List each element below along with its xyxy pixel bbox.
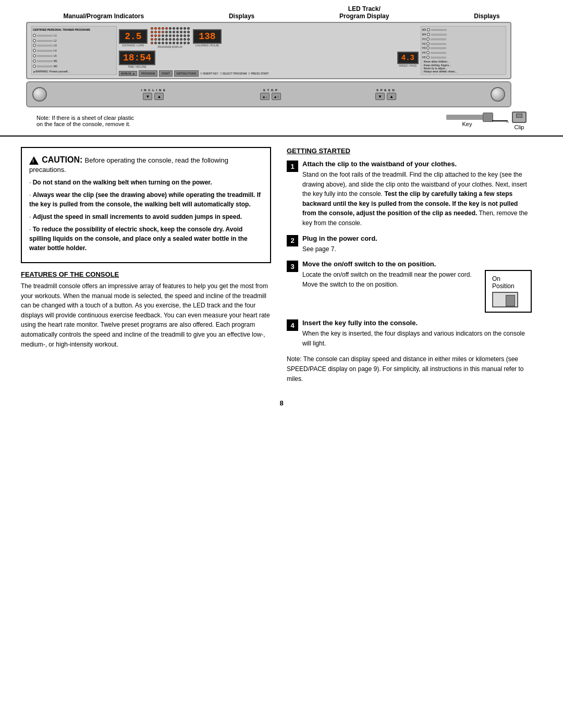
caution-header: ! CAUTION: Before operating the console,… [29,154,263,174]
step-4: 4 Insert the key fully into the console.… [287,319,532,348]
left-knob [32,87,47,102]
caution-bullet-4: · To reduce the possibility of electric … [29,225,263,253]
step-2-text: See page 7. [302,244,532,254]
speed-controls: S P E E D ▼ ▲ [375,89,396,100]
right-knob [491,87,505,102]
label-manual-program: Manual/Program Indicators [63,13,144,20]
step-4-text: When the key is inserted, the four displ… [302,329,532,348]
time-display: 18:54 [119,51,155,65]
left-column: ! CAUTION: Before operating the console,… [21,147,271,384]
label-displays-left: Displays [229,13,254,20]
diagram-labels: Manual/Program Indicators Displays LED T… [21,5,542,20]
page-number: 8 [0,394,563,415]
speed-display: 4.3 [397,52,419,64]
step-1-content: Attach the clip to the waistband of your… [302,160,532,228]
switch-illustration: On Position [485,270,532,313]
caution-bullet-1: · Do not stand on the walking belt when … [29,178,263,187]
label-led-track: LED Track/ Program Display [339,5,389,20]
speed-up-btn[interactable]: ▲ [387,93,396,100]
bottom-controls-panel: I N C L I N E ▼ ▲ S T O P ▲↓ ▲↑ S P E E … [26,81,511,107]
step-2-content: Plug in the power cord. See page 7. [302,235,532,254]
clip-label: Clip [515,124,524,130]
diagram-note-left: Note: If there is a sheet of clear plast… [36,115,134,127]
right-indicators-panel: M3 M4 H1 H2 H3 H4 H5 · Never allow child… [421,26,506,75]
step-3-content: Move the on/off switch to the on positio… [302,260,532,313]
manual-btn: MANUAL ▲ [119,71,137,76]
calories-label: CALORIES / PULSE [195,44,219,47]
getting-started-note: Note: The console can display speed and … [287,354,532,384]
on-label: On [492,275,500,282]
incline-up-btn[interactable]: ▲ [154,93,164,100]
step-1-title: Attach the clip to the waistband of your… [302,160,532,168]
step-1-text: Stand on the foot rails of the treadmill… [302,170,532,228]
note-line1: Note: If there is a sheet of clear plast… [36,115,134,121]
step-3-text: Locate the on/off switch on the treadmil… [302,270,479,289]
switch-box-graphic [492,292,518,307]
instructions-btn: INSTRUCTIONS [174,70,199,77]
getting-started-header: GETTING STARTED [287,147,532,155]
program-display-label: PROGRAM DISPLAY [151,45,190,48]
caution-body: · Do not stand on the walking belt when … [29,178,263,253]
label-displays-right: Displays [474,13,499,20]
diagram-section: Manual/Program Indicators Displays LED T… [0,0,563,137]
stop-label: S T O P [263,89,278,92]
calories-display: 138 [193,29,222,44]
incline-label: I N C L I N E [141,89,166,92]
key-label: Key [462,121,472,127]
caution-title-prefix: CAUTION: [42,155,82,164]
step-2-number: 2 [287,235,298,246]
step-4-content: Insert the key fully into the console. W… [302,319,532,348]
caution-box: ! CAUTION: Before operating the console,… [21,147,271,263]
step-2-title: Plug in the power cord. [302,235,532,242]
start-btn: START [159,70,173,77]
incline-down-btn[interactable]: ▼ [143,93,152,100]
features-header: FEATURES OF THE CONSOLE [21,270,271,278]
step-4-title: Insert the key fully into the console. [302,319,532,327]
incline-controls: I N C L I N E ▼ ▲ [141,89,166,100]
stop-controls: S T O P ▲↓ ▲↑ [260,89,281,100]
speed-label: SPEED / PACE [399,64,417,67]
position-label: Position [492,282,515,290]
step-3: 3 Move the on/off switch to the on posit… [287,260,532,313]
right-column: GETTING STARTED 1 Attach the clip to the… [282,147,532,384]
step-3-title: Move the on/off switch to the on positio… [302,260,532,268]
console-top-panel: CERTIFIED PERSONAL TRAINER PROGRAMS L1 L… [26,22,511,79]
caution-bullet-2: · Always wear the clip (see the drawing … [29,190,263,209]
stop-up-btn[interactable]: ▲↑ [272,93,281,100]
step-4-number: 4 [287,319,298,331]
features-text: The treadmill console offers an impressi… [21,281,271,349]
program-btn: PROGRAM [139,70,157,77]
distance-display: 2.5 [119,29,148,44]
led-track: PROGRAM DISPLAY [151,27,190,48]
time-label: TIME / INCLINE [128,65,146,68]
main-content: ! CAUTION: Before operating the console,… [0,137,563,394]
caution-triangle-icon: ! [29,156,39,165]
key-clip-diagram: Key → Clip [446,112,527,130]
speed-down-btn[interactable]: ▼ [375,93,385,100]
note-line2: on the face of the console, remove it. [36,121,134,127]
step-1: 1 Attach the clip to the waistband of yo… [287,160,532,228]
step-2: 2 Plug in the power cord. See page 7. [287,235,532,254]
step-3-number: 3 [287,261,298,272]
step-1-number: 1 [287,161,298,172]
stop-down-btn[interactable]: ▲↓ [260,93,270,100]
speed-label: S P E E D [376,89,395,92]
caution-bullet-3: · Adjust the speed in small increments t… [29,212,263,221]
distance-label: DISTANCE / LAPS [123,44,144,47]
left-indicators-panel: CERTIFIED PERSONAL TRAINER PROGRAMS L1 L… [31,26,117,75]
features-section: FEATURES OF THE CONSOLE The treadmill co… [21,270,271,349]
